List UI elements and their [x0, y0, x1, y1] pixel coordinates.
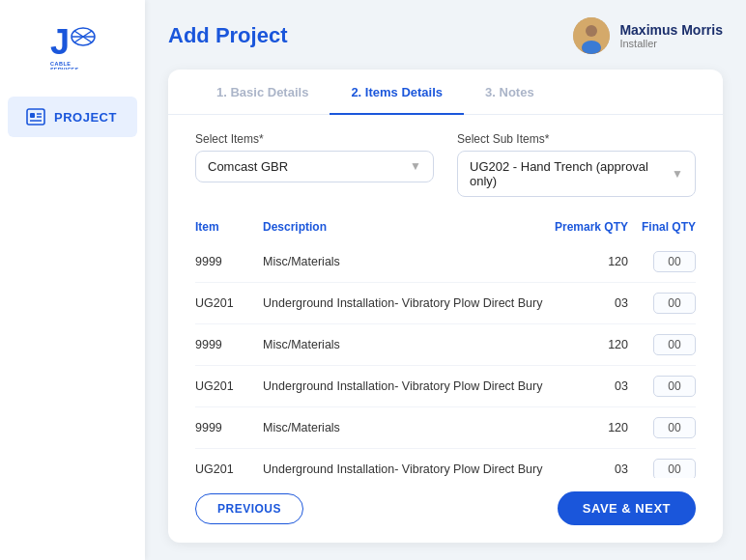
page-title: Add Project — [168, 23, 287, 48]
cell-desc-1: Underground Installation- Vibratory Plow… — [263, 282, 551, 323]
user-role: Installer — [619, 38, 723, 49]
cell-item-4: 9999 — [195, 406, 263, 448]
cell-final-0 — [628, 241, 696, 283]
svg-point-15 — [582, 41, 601, 54]
items-table: Item Description Premark QTY Final QTY — [195, 214, 696, 479]
cell-desc-5: Underground Installation- Vibratory Plow… — [263, 448, 551, 478]
table-row: UG201 Underground Installation- Vibrator… — [195, 448, 696, 478]
svg-text:SERVICES: SERVICES — [50, 67, 78, 70]
col-header-final-qty: Final QTY — [628, 214, 696, 241]
select-sub-items-label: Select Sub Items* — [457, 132, 696, 146]
select-items-group: Select Items* Comcast GBR ▼ — [195, 132, 434, 197]
cell-item-5: UG201 — [195, 448, 263, 478]
cell-premark-1: 03 — [551, 282, 628, 323]
table-row: 9999 Misc/Materials 120 — [195, 406, 696, 448]
cell-item-3: UG201 — [195, 365, 263, 406]
table-row: UG201 Underground Installation- Vibrator… — [195, 365, 696, 406]
cell-premark-3: 03 — [551, 365, 628, 406]
select-row: Select Items* Comcast GBR ▼ Select Sub I… — [195, 132, 696, 197]
cell-final-2 — [628, 323, 696, 365]
table-row: UG201 Underground Installation- Vibrator… — [195, 282, 696, 323]
user-info: Maximus Morris Installer — [573, 17, 723, 54]
sidebar: J CABLE SERVICES PROJECT — [0, 0, 145, 560]
select-items-box[interactable]: Comcast GBR ▼ — [195, 151, 434, 182]
tab-basic-details[interactable]: 1. Basic Details — [195, 70, 330, 115]
cell-final-1 — [628, 282, 696, 323]
tab-notes[interactable]: 3. Notes — [464, 70, 556, 115]
select-sub-items-arrow: ▼ — [672, 167, 683, 181]
tab-items-details[interactable]: 2. Items Details — [330, 70, 464, 115]
col-header-premark-qty: Premark QTY — [551, 214, 628, 241]
cell-item-2: 9999 — [195, 323, 263, 365]
final-qty-input-4[interactable] — [653, 417, 696, 438]
select-sub-items-box[interactable]: UG202 - Hand Trench (approval only) ▼ — [457, 151, 696, 197]
final-qty-input-3[interactable] — [653, 376, 696, 397]
final-qty-input-1[interactable] — [653, 293, 696, 314]
cell-final-4 — [628, 406, 696, 448]
cell-desc-4: Misc/Materials — [263, 406, 551, 448]
user-name: Maximus Morris — [619, 22, 723, 38]
select-items-arrow: ▼ — [410, 159, 421, 173]
main-content: Add Project Maximus Morris Installer — [145, 0, 746, 560]
col-header-item: Item — [195, 214, 263, 241]
project-icon — [25, 106, 46, 127]
cell-item-1: UG201 — [195, 282, 263, 323]
card-content: Select Items* Comcast GBR ▼ Select Sub I… — [168, 115, 723, 479]
cell-premark-5: 03 — [551, 448, 628, 478]
final-qty-input-0[interactable] — [653, 251, 696, 272]
previous-button[interactable]: PREVIOUS — [195, 493, 303, 524]
select-items-label: Select Items* — [195, 132, 434, 146]
table-row: 9999 Misc/Materials 120 — [195, 241, 696, 283]
cell-item-0: 9999 — [195, 241, 263, 283]
sidebar-item-label: PROJECT — [54, 110, 117, 125]
cell-final-5 — [628, 448, 696, 478]
select-sub-items-group: Select Sub Items* UG202 - Hand Trench (a… — [457, 132, 696, 197]
final-qty-input-5[interactable] — [653, 459, 696, 479]
svg-rect-7 — [27, 109, 44, 125]
cell-desc-0: Misc/Materials — [263, 241, 551, 283]
sidebar-nav: PROJECT — [0, 97, 145, 137]
main-card: 1. Basic Details 2. Items Details 3. Not… — [168, 70, 723, 543]
cell-desc-3: Underground Installation- Vibratory Plow… — [263, 365, 551, 406]
select-items-value: Comcast GBR — [208, 159, 288, 174]
tabs: 1. Basic Details 2. Items Details 3. Not… — [168, 70, 723, 115]
final-qty-input-2[interactable] — [653, 334, 696, 355]
cell-final-3 — [628, 365, 696, 406]
cell-premark-0: 120 — [551, 241, 628, 283]
svg-rect-8 — [30, 113, 35, 118]
cell-premark-2: 120 — [551, 323, 628, 365]
table-row: 9999 Misc/Materials 120 — [195, 323, 696, 365]
top-header: Add Project Maximus Morris Installer — [168, 17, 723, 54]
col-header-description: Description — [263, 214, 551, 241]
sidebar-item-project[interactable]: PROJECT — [8, 97, 137, 137]
card-footer: PREVIOUS SAVE & NEXT — [168, 478, 723, 525]
avatar — [573, 17, 610, 54]
save-next-button[interactable]: SAVE & NEXT — [558, 491, 696, 525]
logo-area: J CABLE SERVICES — [46, 17, 99, 70]
svg-point-13 — [586, 25, 597, 37]
logo-icon: J CABLE SERVICES — [46, 17, 99, 70]
user-text: Maximus Morris Installer — [619, 22, 723, 49]
svg-text:J: J — [50, 22, 70, 62]
cell-premark-4: 120 — [551, 406, 628, 448]
select-sub-items-value: UG202 - Hand Trench (approval only) — [470, 159, 672, 188]
cell-desc-2: Misc/Materials — [263, 323, 551, 365]
